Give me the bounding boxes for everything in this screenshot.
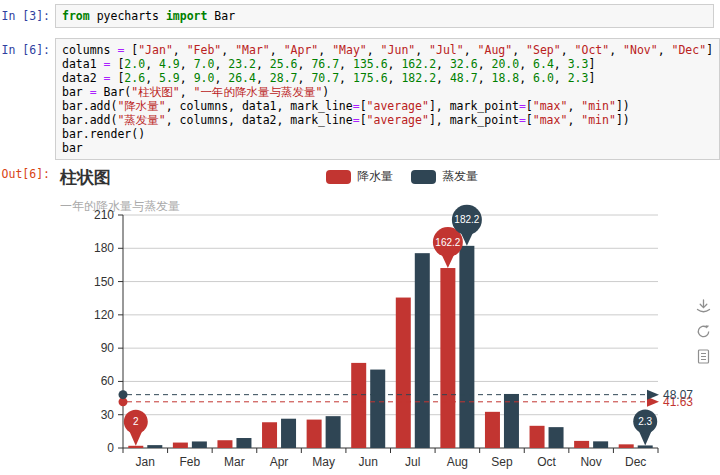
bar-降水量-Oct[interactable] (530, 426, 545, 448)
y-axis-label: 60 (101, 374, 115, 388)
bar-蒸发量-May[interactable] (326, 416, 341, 448)
x-axis-label: Mar (224, 455, 245, 469)
bar-蒸发量-Jul[interactable] (415, 253, 430, 448)
y-axis-label: 210 (94, 208, 114, 222)
code-cell-1: In [3]: from pyecharts import Bar (0, 4, 714, 28)
bar-chart-canvas[interactable]: 0306090120150180210JanFebMarAprMayJunJul… (55, 195, 718, 475)
x-axis-label: Sep (491, 455, 513, 469)
refresh-icon[interactable] (695, 323, 712, 340)
bar-蒸发量-Jan[interactable] (147, 445, 162, 448)
output-cell: Out[6]: 柱状图 一年的降水量与蒸发量 降水量蒸发量 0306090120… (0, 162, 720, 475)
x-axis-label: May (312, 455, 335, 469)
bar-降水量-Apr[interactable] (262, 422, 277, 448)
legend-swatch (411, 170, 436, 184)
chart-toolbox (695, 298, 712, 365)
bar-蒸发量-Dec[interactable] (638, 445, 653, 448)
bar-降水量-Sep[interactable] (485, 412, 500, 448)
y-axis-label: 30 (101, 408, 115, 422)
code-editor-2[interactable]: columns = ["Jan", "Feb", "Mar", "Apr", "… (55, 38, 720, 160)
download-icon[interactable] (695, 298, 712, 315)
markline-arrow (647, 390, 659, 400)
x-axis-label: Aug (447, 455, 468, 469)
bar-降水量-Jun[interactable] (351, 363, 366, 448)
bar-降水量-May[interactable] (307, 420, 322, 448)
code-editor-1[interactable]: from pyecharts import Bar (55, 4, 714, 28)
bar-蒸发量-Nov[interactable] (593, 441, 608, 448)
bar-降水量-Dec[interactable] (619, 444, 634, 448)
markline-start-dot (119, 390, 128, 399)
legend-item-降水量[interactable]: 降水量 (326, 168, 393, 185)
y-axis-label: 180 (94, 241, 114, 255)
legend-label: 蒸发量 (442, 168, 478, 185)
code-cell-2: In [6]: columns = ["Jan", "Feb", "Mar", … (0, 38, 714, 160)
code-lines-1[interactable]: from pyecharts import Bar (62, 9, 707, 23)
markpoint-label: 2 (133, 416, 139, 427)
data-view-icon[interactable] (695, 348, 712, 365)
bar-降水量-Feb[interactable] (173, 443, 188, 448)
chart-output: 柱状图 一年的降水量与蒸发量 降水量蒸发量 030609012015018021… (55, 162, 720, 475)
markpoint-label: 182.2 (454, 214, 479, 225)
notebook: In [3]: from pyecharts import Bar In [6]… (0, 0, 720, 475)
bar-蒸发量-Aug[interactable] (459, 246, 474, 448)
x-axis-label: Nov (580, 455, 601, 469)
markline-average-label: 48.07 (663, 388, 693, 402)
markpoint-label: 2.3 (638, 416, 652, 427)
legend-swatch (326, 170, 351, 184)
bar-降水量-Jul[interactable] (396, 298, 411, 448)
y-axis-label: 120 (94, 308, 114, 322)
legend-label: 降水量 (357, 168, 393, 185)
y-axis-label: 150 (94, 275, 114, 289)
chart-legend: 降水量蒸发量 (326, 168, 478, 185)
bar-降水量-Aug[interactable] (440, 268, 455, 448)
y-axis-label: 0 (107, 441, 114, 455)
code-lines-2[interactable]: columns = ["Jan", "Feb", "Mar", "Apr", "… (62, 43, 713, 155)
bar-蒸发量-Feb[interactable] (192, 441, 207, 448)
bar-蒸发量-Mar[interactable] (236, 438, 251, 448)
legend-item-蒸发量[interactable]: 蒸发量 (411, 168, 478, 185)
y-axis-label: 90 (101, 341, 115, 355)
bar-降水量-Nov[interactable] (574, 441, 589, 448)
markpoint-label: 162.2 (435, 237, 460, 248)
x-axis-label: Apr (270, 455, 289, 469)
bar-蒸发量-Apr[interactable] (281, 419, 296, 448)
x-axis-label: Jul (405, 455, 420, 469)
output-prompt: Out[6]: (0, 162, 55, 475)
bar-降水量-Jan[interactable] (128, 446, 143, 448)
x-axis-label: Jun (359, 455, 378, 469)
input-prompt-1: In [3]: (0, 4, 55, 28)
bar-降水量-Mar[interactable] (217, 440, 232, 448)
x-axis-label: Dec (625, 455, 646, 469)
x-axis-label: Jan (136, 455, 155, 469)
bar-蒸发量-Jun[interactable] (370, 370, 385, 448)
input-prompt-2: In [6]: (0, 38, 55, 160)
x-axis-label: Feb (180, 455, 201, 469)
bar-蒸发量-Oct[interactable] (549, 427, 564, 448)
x-axis-label: Oct (537, 455, 556, 469)
